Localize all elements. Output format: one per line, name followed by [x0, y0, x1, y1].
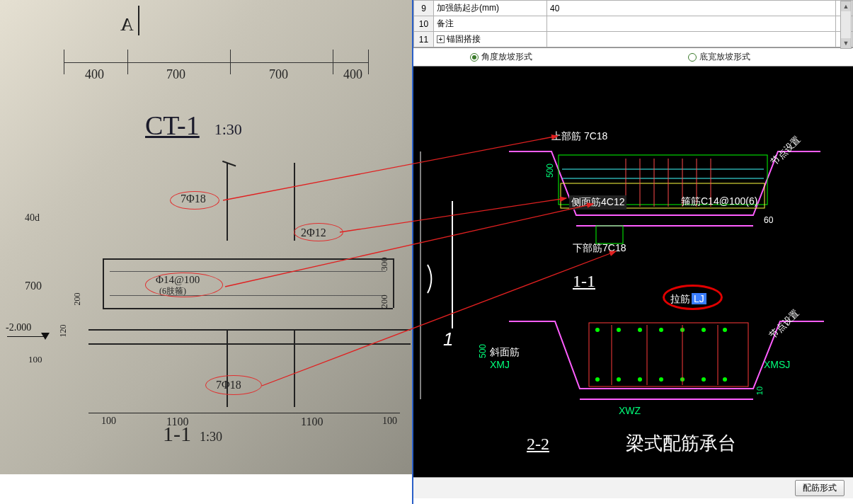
view-marker-a: A — [120, 14, 134, 35]
svg-point-20 — [595, 377, 600, 382]
callout-ellipse-4 — [205, 375, 262, 395]
slope-mode-radio-bar: 角度放坡形式 底宽放坡形式 — [413, 48, 853, 67]
drawing-title: CT-1 1:30 — [145, 110, 242, 141]
svg-point-21 — [617, 377, 621, 382]
section-2-2-label: 2-2 — [527, 435, 549, 454]
table-scrollbar[interactable]: ▲ ▼ — [840, 1, 852, 49]
svg-point-14 — [617, 328, 621, 332]
bottom-toolbar: 配筋形式 — [413, 477, 853, 498]
svg-rect-11 — [596, 226, 623, 244]
label-xiemj: 斜面筋 — [490, 346, 520, 359]
drawing-photo-panel: A 400 700 700 400 CT-1 1:30 — [0, 0, 412, 504]
svg-point-23 — [659, 377, 663, 382]
dim-400a: 400 — [85, 67, 104, 82]
table-row[interactable]: 11 +锚固搭接 — [414, 32, 853, 47]
radio-dot-icon — [688, 53, 697, 62]
svg-point-16 — [659, 328, 663, 332]
svg-point-18 — [702, 328, 706, 332]
section-1-1-label: 1-1 — [573, 272, 595, 291]
photo-area: A 400 700 700 400 CT-1 1:30 — [0, 0, 412, 474]
callout-ellipse-1 — [170, 191, 219, 210]
cap-type-title: 梁式配筋承台 — [626, 431, 736, 456]
cad-preview[interactable]: 上部筋 7C18 — [413, 67, 853, 477]
radio-dot-icon — [470, 53, 479, 62]
dim-700b: 700 — [269, 67, 288, 82]
bottom-white-strip — [0, 474, 412, 504]
scroll-down-icon[interactable]: ▼ — [841, 38, 851, 48]
rebar-form-button[interactable]: 配筋形式 — [795, 480, 845, 496]
svg-point-19 — [723, 328, 727, 332]
svg-rect-12 — [589, 323, 748, 386]
dim-700a: 700 — [166, 67, 185, 82]
svg-point-25 — [702, 377, 706, 382]
scroll-up-icon[interactable]: ▲ — [841, 1, 851, 11]
label-side-rebar: 侧面筋4C12 — [569, 195, 626, 210]
elevation-icon — [41, 333, 50, 340]
elevation-label: -2.000 — [6, 322, 31, 333]
software-panel: 9 加强筋起步(mm) 40 10 备注 11 +锚固搭接 — [412, 0, 853, 504]
label-stirrup: 箍筋C14@100(6) — [681, 195, 757, 208]
cell-value[interactable]: 40 — [547, 1, 836, 16]
section-1-1-title: 1-11:30 — [163, 422, 222, 446]
label-bottom-rebar: 下部筋7C18 — [573, 242, 626, 255]
highlight-circle — [663, 285, 723, 310]
svg-point-22 — [638, 377, 642, 382]
table-row[interactable]: 10 备注 — [414, 16, 853, 32]
radio-angle-slope[interactable]: 角度放坡形式 — [470, 51, 532, 63]
expand-icon[interactable]: + — [437, 35, 445, 43]
callout-ellipse-2 — [294, 223, 343, 241]
table-row[interactable]: 9 加强筋起步(mm) 40 — [414, 1, 853, 16]
svg-point-15 — [638, 328, 642, 332]
radio-width-slope[interactable]: 底宽放坡形式 — [688, 51, 750, 63]
cell-label: 加强筋起步(mm) — [434, 1, 547, 16]
svg-point-26 — [723, 377, 727, 382]
dim-400b: 400 — [343, 67, 362, 82]
svg-point-13 — [595, 328, 600, 332]
property-table: 9 加强筋起步(mm) 40 10 备注 11 +锚固搭接 — [413, 0, 853, 48]
callout-ellipse-3 — [145, 273, 223, 297]
top-dimension-row: 400 700 700 400 — [64, 42, 368, 85]
